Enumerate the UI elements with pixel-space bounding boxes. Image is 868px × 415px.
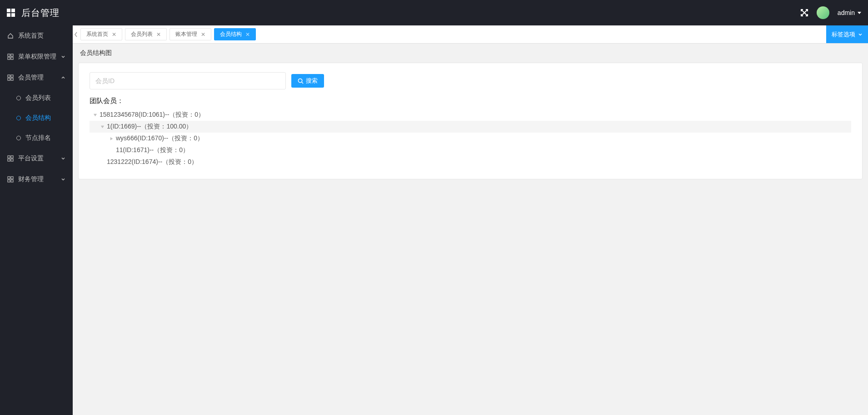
svg-marker-24 bbox=[93, 114, 96, 116]
sidebar-sub-label: 会员列表 bbox=[25, 94, 51, 102]
circle-icon bbox=[16, 116, 21, 120]
close-icon[interactable]: ✕ bbox=[245, 31, 250, 38]
tree-node[interactable]: · 1231222(ID:1674)--（投资：0） bbox=[90, 156, 851, 168]
close-icon[interactable]: ✕ bbox=[201, 31, 205, 38]
tree-node-label: 1(ID:1669)--（投资：100.00） bbox=[107, 123, 192, 131]
sidebar-item-member[interactable]: 会员管理 bbox=[0, 67, 73, 88]
svg-rect-18 bbox=[8, 177, 10, 179]
tree-toggle-open-icon[interactable] bbox=[91, 113, 99, 117]
svg-marker-25 bbox=[100, 125, 104, 128]
svg-rect-14 bbox=[8, 156, 10, 158]
sidebar-item-label: 平台设置 bbox=[18, 154, 44, 163]
svg-rect-9 bbox=[11, 57, 13, 59]
app-title: 后台管理 bbox=[21, 7, 60, 19]
svg-rect-2 bbox=[7, 13, 10, 17]
tab-scroll-left[interactable] bbox=[73, 25, 79, 43]
tree-node-label: 11(ID:1671)--（投资：0） bbox=[116, 146, 189, 154]
tabbar: 系统首页 ✕ 会员列表 ✕ 账本管理 ✕ 会员结构 ✕ 标签选项 bbox=[73, 25, 868, 44]
tab-label: 系统首页 bbox=[86, 30, 108, 38]
sidebar-item-platform[interactable]: 平台设置 bbox=[0, 148, 73, 169]
sidebar-item-label: 菜单权限管理 bbox=[18, 53, 56, 61]
sidebar-item-home[interactable]: 系统首页 bbox=[0, 25, 73, 46]
search-icon bbox=[298, 78, 304, 84]
header: 后台管理 admin bbox=[0, 0, 868, 25]
tab-member-structure[interactable]: 会员结构 ✕ bbox=[214, 28, 256, 40]
svg-rect-6 bbox=[8, 54, 10, 56]
search-button[interactable]: 搜索 bbox=[291, 74, 324, 88]
svg-rect-15 bbox=[11, 156, 13, 158]
tree-node[interactable]: 15812345678(ID:1061)--（投资：0） bbox=[90, 109, 851, 121]
svg-rect-1 bbox=[11, 9, 15, 12]
svg-rect-10 bbox=[8, 75, 10, 77]
main-content: 系统首页 ✕ 会员列表 ✕ 账本管理 ✕ 会员结构 ✕ 标签选项 会员结构图 搜… bbox=[73, 25, 868, 179]
svg-rect-12 bbox=[8, 78, 10, 80]
home-icon bbox=[7, 33, 14, 39]
tree-node-label: 1231222(ID:1674)--（投资：0） bbox=[107, 158, 198, 166]
sidebar-sub-label: 会员结构 bbox=[25, 114, 51, 122]
member-id-input[interactable] bbox=[90, 72, 286, 89]
tab-ledger[interactable]: 账本管理 ✕ bbox=[170, 28, 211, 40]
sidebar-item-label: 财务管理 bbox=[18, 175, 44, 183]
chevron-down-icon bbox=[61, 156, 65, 161]
sidebar-sub-label: 节点排名 bbox=[25, 134, 51, 142]
username-label: admin bbox=[838, 9, 855, 16]
tree-node-label: wys666(ID:1670)--（投资：0） bbox=[116, 134, 204, 143]
tree-node[interactable]: wys666(ID:1670)--（投资：0） bbox=[90, 133, 851, 144]
svg-rect-16 bbox=[8, 159, 10, 161]
svg-rect-8 bbox=[8, 57, 10, 59]
chevron-down-icon bbox=[858, 32, 863, 37]
tab-options-label: 标签选项 bbox=[832, 30, 855, 39]
sidebar-sub-node-rank[interactable]: 节点排名 bbox=[0, 128, 73, 148]
avatar[interactable] bbox=[817, 6, 829, 19]
svg-rect-13 bbox=[11, 78, 13, 80]
tab-options-button[interactable]: 标签选项 bbox=[826, 25, 868, 43]
page-title: 会员结构图 bbox=[73, 44, 868, 63]
close-icon[interactable]: ✕ bbox=[156, 31, 161, 38]
svg-rect-0 bbox=[7, 9, 10, 12]
svg-rect-19 bbox=[11, 177, 13, 179]
chevron-up-icon bbox=[61, 75, 65, 80]
tree-node[interactable]: · 11(ID:1671)--（投资：0） bbox=[90, 144, 851, 156]
sidebar-sub-member-list[interactable]: 会员列表 bbox=[0, 88, 73, 108]
tab-member-list[interactable]: 会员列表 ✕ bbox=[125, 28, 167, 40]
tab-home[interactable]: 系统首页 ✕ bbox=[80, 28, 122, 40]
content-panel: 搜索 团队会员： 15812345678(ID:1061)--（投资：0） 1(… bbox=[78, 63, 863, 179]
svg-line-23 bbox=[302, 82, 303, 83]
chevron-down-icon bbox=[61, 54, 65, 59]
svg-rect-20 bbox=[8, 180, 10, 182]
sidebar-sub-member-structure[interactable]: 会员结构 bbox=[0, 108, 73, 128]
tab-label: 会员结构 bbox=[220, 30, 242, 38]
chevron-down-icon bbox=[61, 177, 65, 182]
close-icon[interactable]: ✕ bbox=[112, 31, 116, 38]
sidebar-item-finance[interactable]: 财务管理 bbox=[0, 169, 73, 185]
svg-rect-11 bbox=[11, 75, 13, 77]
tree-toggle-closed-icon[interactable] bbox=[108, 137, 115, 141]
fullscreen-icon[interactable] bbox=[800, 9, 808, 17]
search-button-label: 搜索 bbox=[306, 77, 318, 85]
svg-rect-7 bbox=[11, 54, 13, 56]
component-icon bbox=[7, 155, 14, 162]
component-icon bbox=[7, 54, 14, 60]
tree-toggle-open-icon[interactable] bbox=[99, 125, 106, 129]
chevron-down-icon bbox=[858, 12, 861, 14]
svg-marker-26 bbox=[110, 137, 112, 140]
component-icon bbox=[7, 176, 14, 183]
sidebar-item-label: 会员管理 bbox=[18, 74, 44, 82]
sidebar: 系统首页 菜单权限管理 会员管理 会员列表 会员结构 节点排名 平台设置 bbox=[0, 25, 73, 185]
tree-node-label: 15812345678(ID:1061)--（投资：0） bbox=[100, 111, 205, 119]
component-icon bbox=[7, 74, 14, 81]
sidebar-item-menu-perm[interactable]: 菜单权限管理 bbox=[0, 46, 73, 67]
tree-node[interactable]: 1(ID:1669)--（投资：100.00） bbox=[90, 121, 851, 133]
team-members-label: 团队会员： bbox=[90, 97, 851, 105]
circle-icon bbox=[16, 96, 21, 100]
svg-rect-21 bbox=[11, 180, 13, 182]
svg-rect-17 bbox=[11, 159, 13, 161]
circle-icon bbox=[16, 136, 21, 140]
svg-point-22 bbox=[298, 79, 302, 82]
svg-rect-3 bbox=[11, 13, 15, 17]
user-menu[interactable]: admin bbox=[838, 9, 861, 16]
sidebar-item-label: 系统首页 bbox=[18, 32, 44, 40]
grid-icon bbox=[7, 9, 15, 17]
search-row: 搜索 bbox=[90, 72, 851, 89]
tab-label: 会员列表 bbox=[131, 30, 153, 38]
